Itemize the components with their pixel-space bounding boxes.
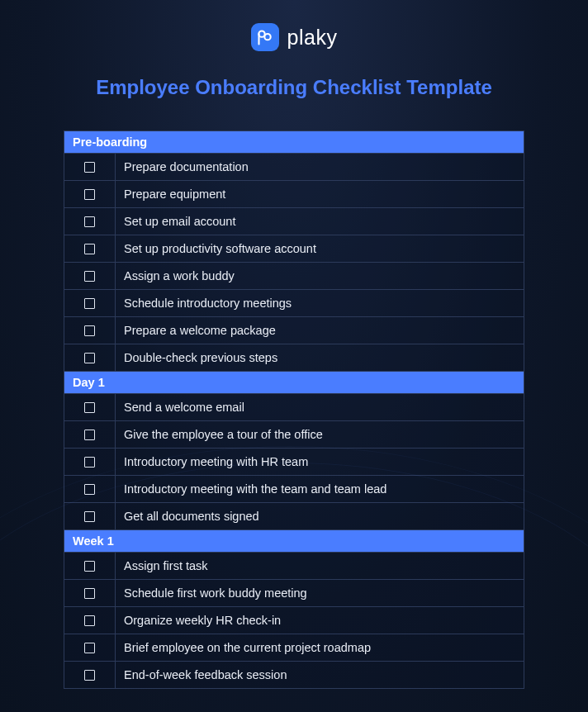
item-label: Schedule first work buddy meeting [116,580,524,606]
item-label: Assign a work buddy [116,263,524,289]
checkbox-empty-icon [84,325,95,336]
checkbox-empty-icon [84,189,95,200]
section-header: Week 1 [64,530,524,553]
item-label: Introductory meeting with HR team [116,449,524,475]
checkbox-cell[interactable] [64,317,116,344]
table-row: Schedule introductory meetings [64,290,524,317]
checkbox-empty-icon [84,670,95,681]
checkbox-empty-icon [84,430,95,440]
checkbox-empty-icon [84,353,95,363]
table-row: Double-check previous steps [64,344,524,372]
checklist-table: Pre-boardingPrepare documentationPrepare… [64,131,524,689]
item-label: Prepare a welcome package [116,317,524,344]
checkbox-empty-icon [84,561,95,572]
item-label: Prepare equipment [116,181,524,207]
item-label: Assign first task [116,553,524,579]
item-label: Set up email account [116,208,524,235]
table-row: Prepare equipment [64,181,524,208]
item-label: Double-check previous steps [116,344,524,371]
checkbox-cell[interactable] [64,662,116,688]
checkbox-empty-icon [84,402,95,413]
table-row: Brief employee on the current project ro… [64,634,524,662]
checkbox-empty-icon [84,298,95,309]
plaky-icon [251,23,279,51]
item-label: End-of-week feedback session [116,662,524,688]
checkbox-empty-icon [84,162,95,173]
item-label: Give the employee a tour of the office [116,421,524,448]
checkbox-empty-icon [84,484,95,495]
checkbox-cell[interactable] [64,476,116,502]
checkbox-cell[interactable] [64,181,116,207]
checkbox-empty-icon [84,271,95,282]
table-row: Set up productivity software account [64,235,524,263]
checkbox-cell[interactable] [64,503,116,529]
item-label: Introductory meeting with the team and t… [116,476,524,502]
item-label: Set up productivity software account [116,235,524,262]
table-row: Introductory meeting with HR team [64,449,524,476]
checkbox-empty-icon [84,588,95,599]
table-row: Give the employee a tour of the office [64,421,524,449]
table-row: Send a welcome email [64,394,524,421]
checkbox-cell[interactable] [64,154,116,180]
table-row: Introductory meeting with the team and t… [64,476,524,503]
item-label: Send a welcome email [116,394,524,420]
item-label: Schedule introductory meetings [116,290,524,316]
checkbox-empty-icon [84,216,95,227]
page-title: Employee Onboarding Checklist Template [0,76,588,99]
table-row: Prepare a welcome package [64,317,524,344]
checkbox-cell[interactable] [64,634,116,661]
section-header: Day 1 [64,372,524,394]
checkbox-empty-icon [84,244,95,254]
item-label: Prepare documentation [116,154,524,180]
checkbox-cell[interactable] [64,290,116,316]
checkbox-cell[interactable] [64,344,116,371]
checkbox-empty-icon [84,643,95,653]
brand-logo: plaky [0,0,588,51]
table-row: Assign a work buddy [64,263,524,290]
section-header: Pre-boarding [64,131,524,154]
table-row: Get all documents signed [64,503,524,530]
checkbox-empty-icon [84,457,95,468]
item-label: Organize weekly HR check-in [116,607,524,634]
checkbox-cell[interactable] [64,607,116,634]
table-row: Prepare documentation [64,154,524,181]
table-row: Assign first task [64,553,524,580]
checkbox-cell[interactable] [64,553,116,579]
checkbox-cell[interactable] [64,394,116,420]
checkbox-cell[interactable] [64,580,116,606]
checkbox-cell[interactable] [64,263,116,289]
table-row: Organize weekly HR check-in [64,607,524,634]
table-row: Schedule first work buddy meeting [64,580,524,607]
table-row: End-of-week feedback session [64,662,524,689]
brand-name: plaky [287,26,338,50]
item-label: Brief employee on the current project ro… [116,634,524,661]
logo-glyph [256,29,273,46]
table-row: Set up email account [64,208,524,235]
checkbox-empty-icon [84,615,95,626]
checkbox-cell[interactable] [64,449,116,475]
checkbox-cell[interactable] [64,235,116,262]
item-label: Get all documents signed [116,503,524,529]
checkbox-cell[interactable] [64,208,116,235]
checkbox-cell[interactable] [64,421,116,448]
svg-point-1 [264,33,270,39]
checkbox-empty-icon [84,511,95,522]
